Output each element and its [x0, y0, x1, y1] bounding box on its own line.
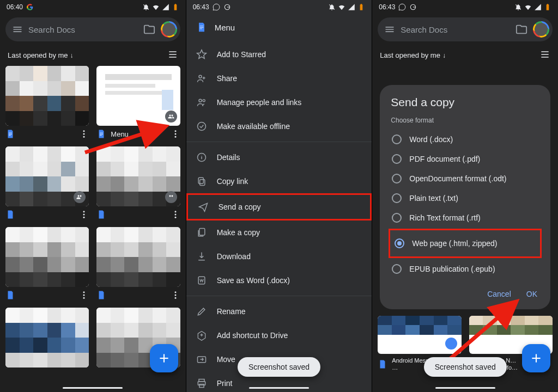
doc-card[interactable] — [5, 227, 89, 300]
svg-point-7 — [83, 211, 85, 212]
sort-arrow-icon: ↓ — [70, 52, 74, 59]
menu-label: Details — [217, 153, 240, 162]
doc-thumbnail — [96, 66, 180, 126]
signal-icon — [534, 3, 542, 11]
format-option[interactable]: Word (.docx) — [391, 130, 539, 149]
docs-icon — [196, 22, 207, 33]
format-option[interactable]: EPUB publication (.epub) — [391, 259, 539, 279]
menu-rename[interactable]: Rename — [186, 299, 372, 323]
format-option[interactable]: Web page (.html, zipped) — [393, 234, 537, 253]
more-icon[interactable] — [79, 129, 89, 139]
sendcopy-icon — [198, 201, 209, 212]
menu-offline[interactable]: Make available offline — [186, 114, 372, 138]
format-option[interactable]: PDF document (.pdf) — [391, 149, 539, 169]
svg-point-24 — [203, 100, 205, 102]
doc-title: Menu — [111, 130, 166, 138]
radio-icon — [392, 193, 402, 203]
fab-new-doc[interactable] — [150, 344, 178, 372]
menu-label: Rename — [217, 307, 246, 316]
ok-button[interactable]: OK — [524, 286, 539, 302]
hamburger-icon[interactable] — [384, 24, 395, 35]
radio-icon — [392, 213, 402, 223]
svg-point-18 — [174, 297, 176, 299]
svg-rect-28 — [198, 177, 203, 183]
menu-download[interactable]: Download — [186, 244, 372, 268]
svg-point-13 — [83, 291, 85, 293]
wifi-icon — [524, 3, 532, 11]
snackbar: Screenshot saved — [424, 357, 507, 377]
doc-card-menu[interactable]: Menu — [96, 66, 180, 139]
menu-details[interactable]: Details — [186, 145, 372, 169]
google-icon — [26, 3, 34, 11]
more-icon[interactable] — [171, 210, 180, 219]
battery-icon — [544, 3, 551, 11]
sort-button[interactable]: Last opened by me↓ — [8, 51, 74, 59]
more-icon[interactable] — [171, 290, 180, 300]
cancel-button[interactable]: Cancel — [485, 286, 513, 302]
more-icon[interactable] — [171, 129, 180, 139]
doc-card[interactable] — [5, 66, 89, 139]
google-icon — [223, 3, 231, 11]
divider — [186, 142, 372, 142]
svg-point-1 — [83, 130, 85, 132]
doc-card[interactable] — [5, 146, 89, 219]
status-time: 06:43 — [379, 3, 395, 11]
more-icon[interactable] — [79, 290, 89, 300]
nav-handle — [435, 387, 495, 389]
avatar[interactable] — [161, 21, 177, 38]
snackbar: Screenshot saved — [238, 357, 320, 377]
dialog-title: Send a copy — [391, 96, 539, 109]
view-list-icon[interactable] — [167, 49, 178, 62]
menu-makecopy[interactable]: Make a copy — [186, 220, 372, 244]
divider — [186, 296, 372, 296]
svg-point-23 — [199, 99, 202, 102]
folder-icon[interactable] — [143, 23, 155, 35]
nav-handle — [63, 387, 123, 389]
format-option[interactable]: Plain text (.txt) — [391, 188, 539, 208]
menu-saveword[interactable]: Save as Word (.docx) — [186, 268, 372, 292]
star-icon — [196, 49, 207, 60]
menu-copylink[interactable]: Copy link — [186, 169, 372, 193]
menu-shortcut[interactable]: Add shortcut to Drive — [186, 323, 372, 347]
svg-point-22 — [199, 75, 202, 78]
svg-point-6 — [174, 136, 176, 138]
format-option[interactable]: OpenDocument format (.odt) — [391, 169, 539, 188]
dnd-icon — [142, 3, 150, 11]
hamburger-icon[interactable] — [12, 24, 23, 35]
google-icon — [409, 3, 417, 11]
menu-share[interactable]: Share — [186, 66, 372, 90]
status-bar: 06:43 — [372, 0, 558, 14]
fab-new-doc[interactable] — [522, 344, 550, 372]
doc-card[interactable] — [96, 227, 180, 300]
menu-sendcopy[interactable]: Send a copy — [186, 193, 372, 220]
menu-label: Share — [217, 74, 237, 83]
menu-label: Add shortcut to Drive — [217, 331, 288, 340]
menu-label: Manage people and links — [217, 98, 302, 107]
shortcut-icon — [196, 330, 207, 341]
svg-point-25 — [197, 122, 205, 131]
docs-icon — [5, 210, 15, 219]
menu-star[interactable]: Add to Starred — [186, 42, 372, 66]
menu-manage[interactable]: Manage people and links — [186, 90, 372, 114]
svg-rect-34 — [199, 384, 204, 388]
docs-icon — [96, 290, 106, 300]
format-option[interactable]: Rich Text format (.rtf) — [391, 208, 539, 228]
status-time: 06:40 — [7, 3, 23, 11]
docs-icon — [378, 359, 387, 369]
svg-point-9 — [83, 217, 85, 218]
search-bar[interactable]: Search Docs — [378, 17, 553, 41]
folder-icon[interactable] — [515, 23, 527, 35]
sort-button[interactable]: Last opened by me↓ — [380, 51, 446, 59]
more-icon[interactable] — [79, 210, 89, 219]
view-list-icon[interactable] — [539, 49, 550, 62]
status-bar: 06:43 — [186, 0, 372, 14]
svg-rect-29 — [199, 229, 205, 236]
search-bar[interactable]: Search Docs — [5, 17, 180, 41]
menu-label: Print — [217, 379, 233, 388]
battery-icon — [172, 3, 179, 11]
screenshot-1-docs-grid: 06:40 Search Docs Last opened by me↓ Men… — [0, 0, 186, 392]
menu-label: Copy link — [217, 177, 248, 186]
doc-card[interactable] — [96, 146, 180, 219]
avatar[interactable] — [533, 21, 549, 38]
doc-card[interactable] — [5, 308, 89, 367]
